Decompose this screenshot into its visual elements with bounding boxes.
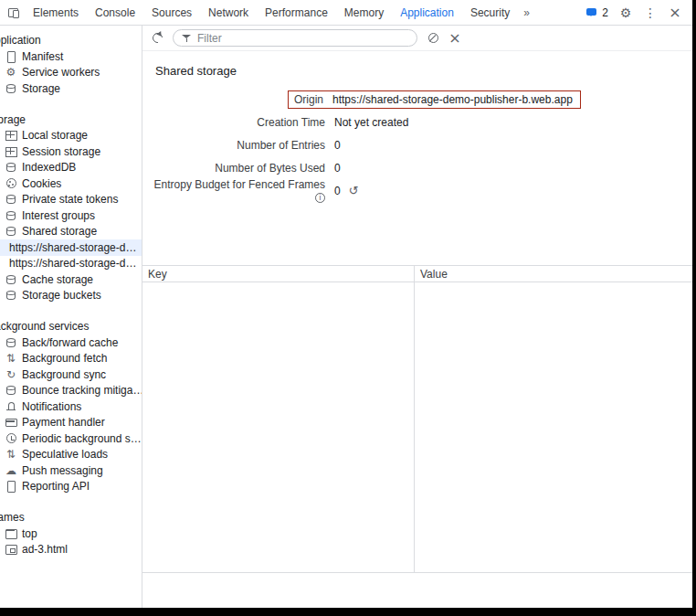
meta-label-number-of-entries: Number of Entries	[237, 139, 325, 152]
iframe-icon	[5, 543, 17, 556]
sidebar-item-notifications[interactable]: Notifications	[0, 398, 142, 415]
shared-storage-metadata: Origin https://shared-storage-demo-publi…	[142, 88, 692, 202]
cookie-icon	[5, 177, 17, 190]
table-icon	[5, 129, 17, 142]
sidebar-item-speculative-loads[interactable]: ⇅ Speculative loads	[0, 447, 142, 463]
devtools-window: Elements Console Sources Network Perform…	[0, 0, 696, 616]
database-icon	[5, 273, 17, 286]
application-sidebar: Application Manifest ⚙ Service workers S…	[0, 26, 142, 608]
sidebar-item-label: Interest groups	[22, 209, 95, 222]
messages-count: 2	[602, 6, 608, 19]
sidebar-item-label: Cookies	[22, 177, 61, 190]
sidebar-item-manifest[interactable]: Manifest	[0, 48, 142, 65]
database-icon	[5, 193, 17, 206]
meta-row-number-of-entries: Number of Entries 0	[142, 133, 692, 156]
devtools-tabbar: Elements Console Sources Network Perform…	[0, 0, 692, 26]
more-tabs-icon[interactable]: »	[518, 0, 535, 25]
filter-input[interactable]	[197, 32, 413, 45]
sidebar-item-shared-storage-origin-2[interactable]: https://shared-storage-d…	[0, 256, 142, 272]
database-icon	[5, 82, 17, 95]
sidebar-item-label: Back/forward cache	[22, 336, 118, 349]
sidebar-item-label: Payment handler	[22, 416, 105, 429]
sidebar-item-cookies[interactable]: Cookies	[0, 175, 142, 192]
sidebar-item-storage[interactable]: Storage	[0, 80, 142, 97]
settings-gear-icon[interactable]: ⚙	[618, 5, 633, 20]
database-icon	[5, 225, 17, 238]
tab-performance[interactable]: Performance	[257, 0, 336, 25]
clock-icon	[5, 432, 17, 445]
sidebar-item-label: Speculative loads	[22, 448, 108, 461]
close-icon[interactable]: ×	[448, 32, 461, 45]
tab-console[interactable]: Console	[87, 0, 143, 25]
meta-row-entropy-budget: Entropy Budget for Fenced Frames 0 ↺	[142, 179, 692, 202]
sidebar-item-shared-storage-origin-b[interactable]: https://shared-storage-d…	[0, 239, 142, 256]
database-icon	[5, 289, 17, 302]
tab-security[interactable]: Security	[462, 0, 518, 25]
console-messages-badge[interactable]: 2	[585, 6, 608, 19]
sidebar-item-frame-ad3[interactable]: ad-3.html	[0, 542, 142, 558]
sidebar-item-interest-groups[interactable]: Interest groups	[0, 207, 142, 224]
sidebar-item-service-workers[interactable]: ⚙ Service workers	[0, 65, 142, 81]
document-icon	[5, 480, 17, 493]
service-worker-gear-icon: ⚙	[5, 66, 17, 79]
table-icon	[5, 145, 17, 158]
tab-elements[interactable]: Elements	[25, 0, 87, 25]
tab-application[interactable]: Application	[392, 0, 462, 25]
kebab-menu-icon[interactable]: ⋮	[643, 5, 658, 20]
sidebar-item-periodic-background-sync[interactable]: Periodic background s…	[0, 430, 142, 447]
sidebar-item-label: Background sync	[22, 368, 106, 381]
sidebar-item-label: Private state tokens	[22, 193, 118, 206]
sidebar-item-push-messaging[interactable]: ☁ Push messaging	[0, 462, 142, 479]
sidebar-item-local-storage[interactable]: Local storage	[0, 128, 142, 144]
sidebar-item-label: Background fetch	[22, 352, 107, 365]
filter-icon	[181, 32, 194, 45]
meta-value-entropy-budget: 0	[334, 185, 341, 197]
inspect-highlight-box: Origin https://shared-storage-demo-publi…	[288, 90, 581, 109]
sidebar-item-back-forward-cache[interactable]: Back/forward cache	[0, 335, 142, 351]
table-body-key-column	[142, 282, 415, 572]
meta-label-creation-time: Creation Time	[257, 116, 325, 129]
sidebar-item-shared-storage[interactable]: Shared storage	[0, 224, 142, 240]
sidebar-item-indexeddb[interactable]: IndexedDB	[0, 160, 142, 176]
meta-label-origin: Origin	[294, 93, 323, 106]
meta-row-creation-time: Creation Time Not yet created	[142, 111, 692, 133]
sidebar-item-storage-buckets[interactable]: Storage buckets	[0, 288, 142, 304]
sidebar-item-label: Session storage	[22, 145, 100, 158]
sidebar-item-label: Manifest	[22, 50, 63, 63]
delete-all-icon[interactable]	[427, 32, 439, 45]
tab-sources[interactable]: Sources	[143, 0, 200, 25]
meta-value-number-of-entries: 0	[334, 139, 341, 152]
sidebar-item-label: Bounce tracking mitiga…	[22, 384, 142, 397]
refresh-icon[interactable]	[151, 32, 163, 45]
reset-entropy-budget-icon[interactable]: ↺	[349, 185, 359, 197]
meta-label-number-of-bytes: Number of Bytes Used	[215, 162, 325, 175]
info-icon[interactable]	[315, 193, 325, 203]
sidebar-item-label: Cache storage	[22, 273, 93, 286]
sidebar-item-session-storage[interactable]: Session storage	[0, 143, 142, 160]
sidebar-item-label: ad-3.html	[22, 543, 68, 556]
column-header-value[interactable]: Value	[415, 266, 692, 281]
meta-row-origin: Origin https://shared-storage-demo-publi…	[142, 88, 692, 111]
sidebar-item-payment-handler[interactable]: Payment handler	[0, 415, 142, 431]
sidebar-item-background-fetch[interactable]: ⇅ Background fetch	[0, 351, 142, 367]
sidebar-item-frame-top[interactable]: top	[0, 526, 142, 542]
sidebar-item-private-state-tokens[interactable]: Private state tokens	[0, 192, 142, 208]
section-header-frames: Frames	[0, 509, 142, 526]
tab-memory[interactable]: Memory	[336, 0, 392, 25]
sidebar-item-cache-storage[interactable]: Cache storage	[0, 271, 142, 288]
column-header-key[interactable]: Key	[142, 266, 415, 281]
sidebar-item-background-sync[interactable]: ↻ Background sync	[0, 366, 142, 383]
page-title: Shared storage	[142, 51, 692, 88]
sidebar-item-label: Service workers	[22, 66, 100, 79]
filter-box[interactable]	[173, 29, 417, 47]
payment-card-icon	[5, 416, 17, 429]
toggle-device-toolbar-icon[interactable]	[7, 6, 20, 19]
section-header-storage: Storage	[0, 112, 142, 128]
sidebar-item-bounce-tracking[interactable]: Bounce tracking mitiga…	[0, 383, 142, 399]
database-icon	[5, 209, 17, 222]
sync-icon: ↻	[5, 368, 17, 381]
database-icon	[5, 336, 17, 349]
sidebar-item-reporting-api[interactable]: Reporting API	[0, 479, 142, 495]
tab-network[interactable]: Network	[200, 0, 257, 25]
close-devtools-icon[interactable]: ×	[668, 5, 682, 20]
